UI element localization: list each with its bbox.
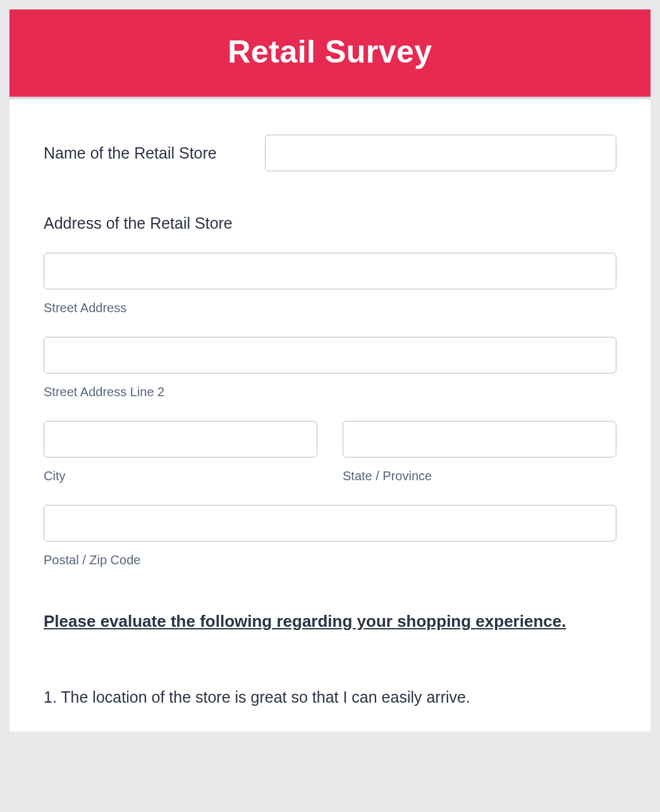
city-field: City — [44, 421, 317, 483]
form-header: Retail Survey — [9, 9, 651, 99]
postal-input[interactable] — [44, 505, 616, 542]
evaluation-heading: Please evaluate the following regarding … — [44, 612, 616, 631]
state-field: State / Province — [343, 421, 616, 483]
store-name-label: Name of the Retail Store — [44, 144, 265, 162]
street-address-sublabel: Street Address — [44, 301, 616, 315]
store-address-section: Address of the Retail Store Street Addre… — [44, 214, 616, 567]
street-address-2-input[interactable] — [44, 337, 616, 373]
form-title: Retail Survey — [22, 33, 638, 70]
survey-form: Retail Survey Name of the Retail Store A… — [9, 9, 651, 732]
city-state-row: City State / Province — [44, 421, 616, 483]
postal-sublabel: Postal / Zip Code — [44, 553, 616, 567]
store-name-input[interactable] — [265, 135, 616, 171]
postal-field: Postal / Zip Code — [44, 505, 616, 567]
city-input[interactable] — [44, 421, 317, 458]
store-address-label: Address of the Retail Store — [44, 214, 616, 233]
street-address-field: Street Address — [44, 253, 616, 315]
state-sublabel: State / Province — [343, 469, 616, 483]
state-input[interactable] — [343, 421, 616, 458]
street-address-2-sublabel: Street Address Line 2 — [44, 385, 616, 399]
street-address-input[interactable] — [44, 253, 616, 289]
store-name-field: Name of the Retail Store — [44, 135, 616, 171]
street-address-2-field: Street Address Line 2 — [44, 337, 616, 399]
city-sublabel: City — [44, 469, 317, 483]
question-1: 1. The location of the store is great so… — [44, 688, 616, 706]
form-body: Name of the Retail Store Address of the … — [9, 99, 651, 732]
